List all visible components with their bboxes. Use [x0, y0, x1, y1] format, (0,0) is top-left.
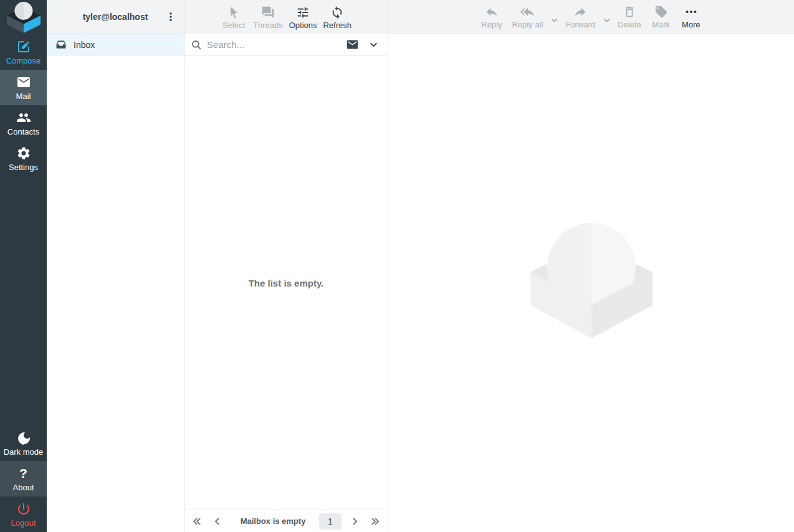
sidebar-item-label: About	[13, 483, 34, 492]
reply-all-button[interactable]: Reply all	[507, 0, 548, 33]
forward-button[interactable]: Forward	[560, 0, 600, 33]
select-button[interactable]: Select	[218, 0, 250, 34]
delete-button[interactable]: Delete	[613, 0, 646, 33]
previous-page-button[interactable]	[208, 512, 227, 531]
sidebar-item-label: Dark mode	[4, 447, 44, 457]
toolbar-button-label: More	[682, 20, 701, 29]
pagination-bar: Mailbox is empty	[184, 510, 388, 532]
account-name: tyler@localhost	[83, 12, 148, 22]
toolbar-button-label: Reply all	[512, 20, 543, 29]
chevron-down-icon	[369, 40, 378, 49]
taskbar-spacer	[0, 176, 47, 425]
chevron-right-icon	[348, 515, 361, 528]
question-icon: ?	[19, 466, 27, 481]
reply-all-icon	[520, 5, 534, 19]
toolbar-button-label: Reply	[481, 20, 502, 29]
sidebar-item-label: Compose	[6, 56, 41, 65]
chevron-down-icon	[603, 16, 611, 24]
sliders-icon	[296, 6, 310, 19]
toolbar-button-label: Mark	[652, 20, 670, 29]
compose-icon	[16, 39, 31, 54]
folder-actions-menu-button[interactable]	[161, 0, 180, 34]
toolbar-button-label: Delete	[618, 20, 641, 29]
search-scope-button[interactable]	[344, 36, 360, 54]
last-page-button[interactable]	[365, 512, 384, 531]
chevron-left-icon	[211, 515, 224, 528]
sidebar-item-label: Contacts	[7, 127, 39, 136]
search-bar	[184, 34, 388, 56]
folder-item-inbox[interactable]: Inbox	[47, 34, 184, 56]
search-icon[interactable]	[191, 39, 202, 50]
message-content-panel: Reply Reply all Forward Delete	[388, 0, 794, 532]
cursor-icon	[227, 6, 241, 19]
mailbox-status-text: Mailbox is empty	[228, 516, 318, 526]
folder-item-label: Inbox	[74, 40, 95, 50]
options-button[interactable]: Options	[286, 0, 320, 34]
refresh-icon	[330, 6, 344, 19]
double-chevron-right-icon	[368, 515, 381, 528]
toolbar-button-label: Forward	[565, 20, 595, 29]
moon-icon	[16, 430, 31, 445]
message-list-body: The list is empty.	[184, 56, 388, 510]
folder-panel: tyler@localhost Inbox	[47, 0, 184, 532]
sidebar-item-contacts[interactable]: Contacts	[0, 105, 47, 141]
trash-icon	[623, 5, 636, 19]
message-toolbar: Reply Reply all Forward Delete	[388, 0, 794, 34]
threads-button[interactable]: Threads	[250, 0, 286, 34]
contacts-icon	[16, 110, 31, 125]
more-button[interactable]: More	[676, 0, 706, 33]
double-chevron-left-icon	[191, 515, 204, 528]
roundcube-logo-icon	[6, 1, 42, 34]
sidebar-item-logout[interactable]: Logout	[0, 496, 47, 532]
next-page-button[interactable]	[345, 512, 364, 531]
webmail-app: Compose Mail Contacts Settings Dark mode…	[0, 0, 794, 532]
envelope-icon	[346, 38, 359, 51]
sidebar-item-settings[interactable]: Settings	[0, 141, 47, 176]
sidebar-item-label: Settings	[9, 163, 38, 172]
toolbar-button-label: Select	[222, 21, 245, 30]
sidebar-item-dark-mode[interactable]: Dark mode	[0, 425, 47, 461]
search-input[interactable]	[207, 39, 339, 50]
reply-button[interactable]: Reply	[476, 0, 507, 33]
power-icon	[16, 501, 31, 516]
tag-icon	[654, 5, 668, 19]
message-list-panel: Select Threads Options Refresh	[184, 0, 388, 532]
mark-button[interactable]: Mark	[646, 0, 676, 33]
empty-list-message: The list is empty.	[249, 278, 324, 288]
sidebar-item-compose[interactable]: Compose	[0, 35, 47, 70]
ellipsis-icon	[684, 5, 698, 19]
taskbar: Compose Mail Contacts Settings Dark mode…	[0, 0, 47, 532]
threads-icon	[261, 6, 275, 19]
reply-all-menu-button[interactable]	[548, 0, 560, 33]
refresh-button[interactable]: Refresh	[320, 0, 355, 34]
inbox-icon	[55, 39, 67, 51]
message-content-body	[388, 34, 794, 532]
first-page-button[interactable]	[188, 512, 207, 531]
chevron-down-icon	[550, 16, 558, 24]
sidebar-item-mail[interactable]: Mail	[0, 70, 47, 105]
folder-panel-header: tyler@localhost	[47, 0, 184, 34]
roundcube-watermark	[530, 223, 653, 343]
sidebar-item-about[interactable]: ? About	[0, 461, 47, 496]
toolbar-button-label: Threads	[253, 21, 283, 30]
message-list-toolbar: Select Threads Options Refresh	[184, 0, 388, 34]
toolbar-button-label: Options	[289, 21, 317, 30]
sidebar-item-label: Logout	[11, 518, 36, 528]
kebab-menu-icon	[165, 11, 176, 22]
sidebar-item-label: Mail	[16, 92, 31, 101]
app-logo[interactable]	[0, 0, 47, 35]
mail-icon	[16, 75, 31, 90]
search-options-button[interactable]	[365, 36, 381, 54]
forward-menu-button[interactable]	[600, 0, 613, 33]
gear-icon	[16, 146, 31, 161]
forward-icon	[573, 5, 587, 19]
page-number-input[interactable]	[319, 513, 342, 530]
reply-icon	[485, 5, 499, 19]
toolbar-button-label: Refresh	[323, 21, 352, 30]
